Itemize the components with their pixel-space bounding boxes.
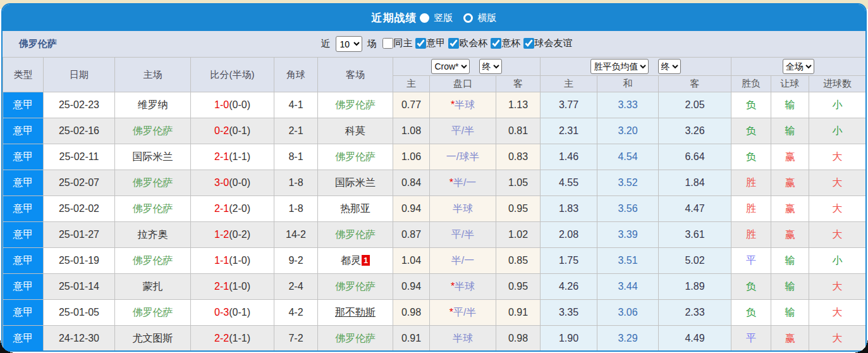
cell-away-team: 佛罗伦萨 [318, 326, 393, 352]
cell-asia-away-odds: 0.91 [496, 300, 541, 326]
away-team-badge: 1 [362, 255, 370, 266]
fulltime-score: 0-3 [214, 307, 229, 318]
cell-outcome: 负 [731, 274, 771, 300]
euro-provider-select[interactable]: 胜平负均值 [590, 59, 649, 74]
cell-asia-line: *半/一 [430, 170, 496, 196]
home-team-link[interactable]: 国际米兰 [133, 151, 173, 162]
cell-asia-home-odds: 1.04 [393, 248, 430, 274]
filter-checkbox-label: 球会友谊 [535, 37, 573, 49]
cell-asia-away-odds: 1.13 [496, 92, 541, 118]
cell-euro-home-odds: 1.90 [541, 326, 597, 352]
cell-outcome: 平 [731, 248, 771, 274]
filter-checkbox-input-0[interactable] [382, 38, 393, 49]
filter-checkbox-label: 意甲 [427, 37, 446, 49]
cell-asia-line: *平/半 [430, 300, 496, 326]
away-team-link[interactable]: 佛罗伦萨 [335, 99, 376, 110]
cell-score: 1-0(0-0) [191, 92, 274, 118]
asia-odds-header: Crow* 终 [393, 58, 541, 76]
results-table: 类型 日期 主场 比分(半场) 角球 客场 Crow* 终 胜平负均值 [3, 57, 866, 352]
cell-goals-result: 小 [809, 118, 866, 144]
cell-score: 0-3(0-1) [191, 300, 274, 326]
home-team-link[interactable]: 蒙扎 [143, 281, 163, 292]
col-header-score: 比分(半场) [191, 58, 274, 92]
cell-asia-home-odds: 0.94 [393, 274, 430, 300]
home-team-link[interactable]: 尤文图斯 [133, 333, 173, 344]
halftime-score: (2-0) [229, 203, 250, 214]
home-team-link[interactable]: 佛罗伦萨 [133, 125, 173, 136]
draw-odds-value: 3.39 [618, 229, 637, 240]
matches-label: 场 [367, 38, 377, 50]
cell-outcome: 胜 [731, 222, 771, 248]
cell-euro-home-odds: 4.55 [541, 170, 597, 196]
home-team-link[interactable]: 佛罗伦萨 [133, 177, 173, 188]
cell-score: 2-2(1-1) [191, 326, 274, 352]
home-team-link[interactable]: 佛罗伦萨 [133, 255, 173, 266]
handicap-line: 平/半 [451, 229, 474, 240]
cell-euro-draw-odds: 3.39 [597, 222, 659, 248]
cell-euro-away-odds: 2.05 [659, 92, 731, 118]
cell-euro-draw-odds: 3.56 [597, 196, 659, 222]
home-team-link[interactable]: 维罗纳 [138, 99, 168, 110]
filter-checkbox-1[interactable]: 意甲 [415, 37, 446, 49]
team-name: 佛罗伦萨 [19, 31, 57, 57]
cell-handicap-result: 赢 [771, 326, 809, 352]
filter-checkbox-input-4[interactable] [523, 38, 534, 49]
away-team-link[interactable]: 都灵 [341, 255, 361, 266]
draw-odds-value: 3.33 [618, 99, 637, 110]
cell-asia-away-odds: 1.05 [496, 170, 541, 196]
halftime-score: (1-1) [229, 151, 250, 162]
cell-date: 25-02-16 [44, 118, 115, 144]
halftime-score: (1-0) [229, 255, 250, 266]
filter-controls: 近 10 场 同主意甲欧会杯意杯球会友谊 [296, 36, 573, 52]
cell-date: 25-02-23 [44, 92, 115, 118]
cell-handicap-result: 输 [771, 300, 809, 326]
radio-vertical-icon[interactable] [420, 13, 429, 23]
halftime-score: (0-1) [229, 125, 250, 136]
recent-count-select[interactable]: 10 [336, 36, 362, 52]
home-team-link[interactable]: 佛罗伦萨 [133, 203, 173, 214]
home-team-link[interactable]: 拉齐奥 [138, 229, 168, 240]
home-team-link[interactable]: 佛罗伦萨 [133, 307, 173, 318]
radio-horizontal-icon[interactable] [463, 13, 473, 23]
filter-checkbox-input-2[interactable] [448, 38, 459, 49]
euro-state-select[interactable]: 终 [658, 59, 681, 74]
cell-euro-away-odds: 5.02 [659, 248, 731, 274]
result-scope-select[interactable]: 全场 [783, 59, 814, 74]
radio-horizontal-label[interactable]: 横版 [478, 12, 497, 24]
subheader-euro-home: 主 [541, 76, 597, 92]
away-team-link[interactable]: 国际米兰 [335, 177, 376, 188]
away-team-link[interactable]: 那不勒斯 [335, 307, 376, 318]
filter-checkbox-3[interactable]: 意杯 [491, 37, 521, 49]
away-team-link[interactable]: 佛罗伦萨 [335, 229, 376, 240]
filter-checkbox-0[interactable]: 同主 [382, 37, 413, 49]
cell-asia-line: *半球 [430, 92, 496, 118]
away-team-link[interactable]: 佛罗伦萨 [335, 281, 376, 292]
cell-asia-home-odds: 0.98 [393, 300, 430, 326]
cell-corners: 9-2 [274, 248, 318, 274]
recent-results-panel: 近期战绩 竖版 横版 佛罗伦萨 近 10 场 同主意甲欧会杯意杯球会友谊 类型 … [1, 3, 867, 352]
result-scope-header: 全场 [731, 58, 866, 76]
cell-away-team: 国际米兰 [318, 170, 393, 196]
filter-checkbox-2[interactable]: 欧会杯 [448, 37, 488, 49]
cell-home-team: 蒙扎 [115, 274, 191, 300]
filter-checkbox-4[interactable]: 球会友谊 [523, 37, 573, 49]
away-team-link[interactable]: 佛罗伦萨 [335, 151, 376, 162]
cell-asia-away-odds: 1.02 [496, 222, 541, 248]
cell-euro-away-odds: 1.84 [659, 170, 731, 196]
asia-state-select[interactable]: 终 [479, 59, 502, 74]
away-team-link[interactable]: 佛罗伦萨 [335, 333, 376, 344]
cell-handicap-result: 赢 [771, 222, 809, 248]
radio-vertical-label[interactable]: 竖版 [434, 12, 453, 24]
cell-corners: 4-2 [274, 300, 318, 326]
filter-checkbox-input-3[interactable] [491, 38, 501, 49]
cell-home-team: 国际米兰 [115, 144, 191, 170]
cell-date: 25-02-02 [44, 196, 115, 222]
table-row: 意甲25-02-16佛罗伦萨0-2(0-1)2-1科莫1.08平/半0.812.… [3, 118, 866, 144]
cell-score: 1-2(0-2) [191, 222, 274, 248]
away-team-link[interactable]: 热那亚 [340, 203, 370, 214]
cell-home-team: 尤文图斯 [115, 326, 191, 352]
asia-provider-select[interactable]: Crow* [431, 59, 470, 74]
away-team-link[interactable]: 科莫 [345, 125, 365, 136]
filter-checkbox-input-1[interactable] [415, 38, 426, 49]
cell-euro-draw-odds: 3.20 [597, 118, 659, 144]
